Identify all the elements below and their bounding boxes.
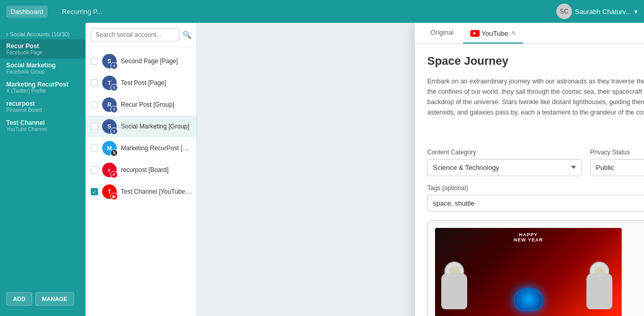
avatar: S f [102, 54, 117, 68]
sidebar-account-name: Marketing RecurPost [6, 81, 79, 88]
user-menu[interactable]: SC Saurabh Chaturv... ▾ [556, 4, 638, 19]
sidebar-item-recur-post[interactable]: Recur Post Facebook Page [0, 39, 86, 59]
account-label: Marketing RecurPost [Pr...] [121, 145, 191, 152]
avatar: T ▶ [102, 184, 117, 199]
account-checkbox[interactable] [91, 58, 98, 65]
sidebar-buttons: ADD MANAGE [0, 287, 86, 311]
astronaut-left [440, 262, 471, 313]
account-label: Second Page [Page] [121, 58, 191, 65]
sidebar-account-type: X (Twitter) Profile [6, 88, 79, 94]
account-list: S f Second Page [Page] T f Test Post [Pa… [86, 47, 197, 316]
list-item[interactable]: r P recurpost [Board] [86, 159, 197, 181]
chevron-down-icon: ▾ [634, 8, 638, 16]
privacy-status-select[interactable]: Public Private Unlisted [590, 159, 644, 176]
platform-badge-icon: f [110, 127, 118, 135]
tags-label: Tags (optional) [427, 184, 644, 192]
astronaut-scene [435, 228, 622, 317]
cockpit-display [514, 288, 543, 311]
search-box: 🔍 [86, 23, 197, 47]
tab-bar: Original ▶ YouTube ✎ [415, 23, 644, 44]
sidebar-section-title: r Social Accounts (10/30) [0, 28, 86, 39]
account-label: Test Post [Page] [121, 79, 191, 87]
nav-recurring[interactable]: Recurring P... [58, 6, 107, 18]
modal-dialog: Original ▶ YouTube ✎ Space Journey Emb [415, 23, 644, 316]
platform-badge-icon: f [110, 106, 118, 113]
account-checkbox[interactable] [91, 101, 98, 108]
form-row-category-privacy: Content Category Science & Technology Ed… [427, 149, 644, 176]
avatar: T f [102, 76, 117, 90]
video-player: HAPPYNEW YEAR [435, 228, 622, 317]
account-checkbox[interactable] [91, 123, 98, 130]
sidebar-account-type: YouTube Channel [6, 126, 79, 132]
video-scene: HAPPYNEW YEAR [435, 228, 622, 317]
right-content: PAUSE QUEUE ⇗ ➤ p your wallets One-off p… [197, 23, 644, 316]
platform-badge-icon: 𝕏 [110, 149, 118, 156]
form-group-privacy: Privacy Status Public Private Unlisted [590, 149, 644, 176]
content-category-label: Content Category [427, 149, 582, 156]
add-button[interactable]: ADD [6, 292, 32, 306]
sidebar-item-recurpost[interactable]: recurpost Pinterest Board [0, 97, 86, 116]
user-name: Saurabh Chaturv... [575, 8, 631, 16]
account-checkbox[interactable]: ✓ [91, 188, 98, 195]
youtube-icon: ▶ [470, 30, 480, 37]
main-content: r Social Accounts (10/30) Recur Post Fac… [0, 23, 644, 316]
sidebar-account-name: Test Channel [6, 119, 79, 126]
list-item[interactable]: S f Social Marketing [Group] [86, 116, 197, 137]
account-label: Test Channel [YouTube ...] [121, 188, 191, 195]
tab-original[interactable]: Original [423, 23, 461, 42]
modal-body: Space Journey Embark on an extraordinary… [415, 44, 644, 317]
platform-badge-icon: P [110, 171, 118, 178]
post-title: Space Journey [427, 54, 644, 68]
platform-badge-icon: f [110, 84, 118, 91]
status-icons: 📍 G [427, 126, 644, 140]
suit-right [586, 273, 612, 309]
youtube-tab-label: ▶ YouTube ✎ [470, 30, 516, 37]
account-checkbox[interactable] [91, 79, 98, 87]
sidebar-account-name: Social Marketing [6, 62, 79, 69]
suit-left [441, 273, 467, 309]
list-item[interactable]: R f Recur Post [Group] [86, 94, 197, 116]
top-navigation: Dashboard Recurring P... SC Saurabh Chat… [0, 0, 644, 23]
sidebar-item-marketing-recurpost[interactable]: Marketing RecurPost X (Twitter) Profile [0, 78, 86, 97]
list-item[interactable]: T f Test Post [Page] [86, 72, 197, 94]
account-list-panel: 🔍 S f Second Page [Page] T [86, 23, 197, 316]
list-item[interactable]: ✓ T ▶ Test Channel [YouTube ...] [86, 181, 197, 203]
list-item[interactable]: M 𝕏 Marketing RecurPost [Pr...] [86, 137, 197, 159]
manage-button[interactable]: MANAGE [35, 292, 74, 306]
account-label: Recur Post [Group] [121, 101, 191, 108]
privacy-status-label: Privacy Status [590, 149, 644, 156]
media-section: × HAPPYNEW YEAR [427, 220, 644, 317]
search-button[interactable]: 🔍 [183, 31, 191, 39]
tab-youtube[interactable]: ▶ YouTube ✎ [463, 23, 523, 44]
avatar: M 𝕏 [102, 141, 117, 155]
post-description: Embark on an extraordinary journey with … [427, 76, 644, 118]
thumbnail-uploader: 🖼 📷 Upload Thumbnail [630, 228, 644, 304]
avatar: r P [102, 163, 117, 177]
sidebar-account-type: Pinterest Board [6, 107, 79, 113]
account-label: recurpost [Board] [121, 166, 191, 174]
search-input[interactable] [91, 28, 179, 41]
edit-icon[interactable]: ✎ [511, 30, 516, 37]
account-label: Social Marketing [Group] [121, 123, 191, 130]
avatar: R f [102, 97, 117, 112]
content-category-select[interactable]: Science & Technology Education Entertain… [427, 159, 582, 176]
form-group-category: Content Category Science & Technology Ed… [427, 149, 582, 176]
avatar: SC [556, 4, 572, 19]
avatar: S f [102, 119, 117, 134]
sidebar-item-social-marketing[interactable]: Social Marketing Facebook Group [0, 59, 86, 78]
sidebar-item-test-channel[interactable]: Test Channel YouTube Channel [0, 116, 86, 135]
nav-dashboard[interactable]: Dashboard [6, 6, 48, 18]
sidebar-account-name: Recur Post [6, 42, 79, 50]
tags-input[interactable] [427, 195, 644, 212]
form-group-tags: Tags (optional) [427, 184, 644, 212]
sidebar-account-name: recurpost [6, 100, 79, 107]
account-checkbox[interactable] [91, 145, 98, 152]
account-checkbox[interactable] [91, 166, 98, 174]
sidebar-account-type: Facebook Group [6, 69, 79, 75]
sidebar-account-type: Facebook Page [6, 50, 79, 55]
list-item[interactable]: S f Second Page [Page] [86, 50, 197, 72]
sidebar: r Social Accounts (10/30) Recur Post Fac… [0, 23, 86, 316]
platform-badge-icon: ▶ [110, 193, 118, 200]
platform-badge-icon: f [110, 62, 118, 69]
astronaut-right [585, 262, 617, 313]
